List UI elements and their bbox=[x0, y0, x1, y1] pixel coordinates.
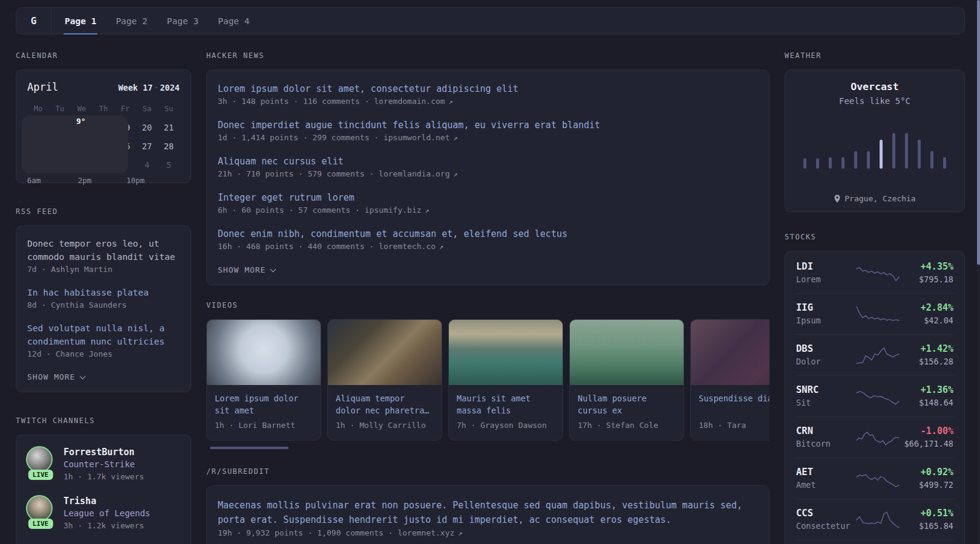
weather-now-temp: 9° bbox=[76, 117, 86, 126]
news-item-title[interactable]: Integer eget rutrum lorem bbox=[218, 191, 354, 204]
show-more-label: SHOW MORE bbox=[27, 372, 75, 381]
stock-row[interactable]: LDILorem +4.35%$795.18 bbox=[795, 253, 955, 293]
reddit-post: Maecenas mollis pulvinar erat non posuer… bbox=[218, 498, 758, 539]
chevron-down-icon bbox=[270, 266, 276, 272]
video-thumbnail bbox=[691, 320, 769, 385]
tab-label: Page 2 bbox=[116, 16, 147, 26]
news-item-title[interactable]: Aliquam nec cursus elit bbox=[218, 155, 344, 168]
weather-bar bbox=[816, 158, 819, 169]
weekday-label: Mo bbox=[27, 103, 49, 115]
weather-location-text: Prague, Czechia bbox=[844, 194, 915, 203]
news-item: Donec enim nibh, condimentum et accumsan… bbox=[218, 227, 758, 253]
tab-page-2[interactable]: Page 2 bbox=[106, 8, 157, 34]
rss-item-title[interactable]: In hac habitasse platea bbox=[27, 286, 180, 299]
stock-change-percent: -1.00% bbox=[901, 425, 953, 438]
reddit-post-meta: 19h · 9,932 points · 1,090 comments · lo… bbox=[218, 527, 758, 539]
weather-bar bbox=[854, 151, 857, 169]
news-item-domain-link[interactable]: loremlandia.org↗ bbox=[379, 169, 458, 178]
news-item: Aliquam nec cursus elit 21h · 710 points… bbox=[218, 155, 758, 180]
news-item-domain-link[interactable]: loremdomain.com↗ bbox=[374, 97, 453, 106]
calendar-day: 5 bbox=[158, 156, 180, 174]
weather-bar bbox=[930, 151, 933, 169]
news-item-title[interactable]: Lorem ipsum dolor sit amet, consectetur … bbox=[218, 82, 518, 96]
stock-change-percent: +0.51% bbox=[901, 507, 953, 520]
meta-text: 19h · 9,932 points · 1,090 comments · bbox=[218, 528, 393, 537]
stock-symbol: LDI bbox=[796, 261, 854, 273]
stock-values: +0.92%$499.72 bbox=[901, 466, 953, 491]
weather-bar bbox=[841, 157, 844, 169]
weather-bar bbox=[829, 157, 832, 169]
stock-row[interactable]: SNRCSit +1.36%$148.64 bbox=[795, 375, 955, 416]
stock-sparkline bbox=[854, 468, 901, 490]
stock-row[interactable]: AHS +0.46% bbox=[795, 540, 955, 544]
rss-show-more-button[interactable]: SHOW MORE bbox=[27, 372, 85, 381]
stock-symbol: SNRC bbox=[796, 384, 854, 397]
tab-label: Page 1 bbox=[65, 16, 96, 26]
news-item-domain-link[interactable]: ipsumify.biz↗ bbox=[365, 206, 430, 215]
channel-game: League of Legends bbox=[64, 507, 150, 520]
news-item-title[interactable]: Donec enim nibh, condimentum et accumsan… bbox=[218, 227, 567, 241]
rss-item-title[interactable]: Donec tempor eros leo, ut commodo mauris… bbox=[27, 237, 180, 264]
stock-row[interactable]: DBSDolor +1.42%$156.28 bbox=[795, 334, 955, 375]
stock-row[interactable]: CCSConsectetur +0.51%$165.84 bbox=[795, 499, 955, 540]
hackernews-section-label: HACKER NEWS bbox=[206, 51, 769, 60]
news-item-title[interactable]: Donec imperdiet augue tincidunt felis al… bbox=[218, 118, 600, 132]
domain-text: loremdomain.com bbox=[374, 97, 445, 106]
page-tabs: Page 1 Page 2 Page 3 Page 4 bbox=[55, 8, 260, 34]
video-card[interactable]: Lorem ipsum dolor sit amet consectetu… 1… bbox=[206, 319, 321, 441]
stocks-section-label: STOCKS bbox=[785, 233, 965, 241]
domain-text: ipsumworld.net bbox=[384, 133, 450, 142]
videos-scrollbar[interactable] bbox=[206, 447, 769, 449]
stock-change-percent: +1.36% bbox=[901, 384, 953, 397]
videos-scrollbar-thumb[interactable] bbox=[210, 447, 289, 449]
video-card[interactable]: Nullam posuere cursus ex 17h · Stefan Co… bbox=[569, 319, 684, 441]
page-scrollbar[interactable] bbox=[977, 0, 980, 544]
meta-text: 3h · 148 points · 116 comments · bbox=[218, 97, 369, 106]
weather-time-labels: 6am2pm10pm bbox=[800, 176, 950, 187]
stock-price: $156.28 bbox=[901, 355, 953, 368]
video-card[interactable]: Suspendisse diam 18h · Tara bbox=[690, 319, 769, 441]
weather-feels-like: Feels like 5°C bbox=[795, 96, 955, 106]
tab-page-3[interactable]: Page 3 bbox=[157, 8, 208, 34]
stock-row[interactable]: CRNBitcorn -1.00%$66,171.48 bbox=[795, 416, 955, 458]
calendar-day: 27 bbox=[136, 137, 158, 155]
video-card[interactable]: Aliquam tempor dolor nec pharetra… 1h · … bbox=[327, 319, 442, 441]
news-item-domain-link[interactable]: ipsumworld.net↗ bbox=[384, 133, 458, 142]
video-title: Suspendisse diam bbox=[699, 392, 769, 416]
hackernews-show-more-button[interactable]: SHOW MORE bbox=[218, 265, 275, 274]
stock-values: +4.35%$795.18 bbox=[901, 261, 953, 285]
news-item: Integer eget rutrum lorem 6h · 60 points… bbox=[218, 191, 758, 216]
tab-page-1[interactable]: Page 1 bbox=[55, 8, 106, 34]
tab-page-4[interactable]: Page 4 bbox=[208, 8, 259, 34]
twitch-channel-row[interactable]: LIVE ForrestBurton Counter-Strike 1h · 1… bbox=[26, 446, 181, 483]
page-scrollbar-thumb[interactable] bbox=[977, 0, 980, 265]
video-card-body: Suspendisse diam 18h · Tara bbox=[691, 385, 769, 440]
video-meta: 1h · Lori Barnett bbox=[215, 419, 313, 432]
right-column: WEATHER Overcast Feels like 5°C 9° 6am2p… bbox=[785, 51, 965, 544]
stock-row[interactable]: AETAmet +0.92%$499.72 bbox=[795, 458, 955, 499]
domain-text: ipsumify.biz bbox=[365, 206, 422, 215]
dashboard-grid: CALENDAR April Week 17·2024 Mo Tu We Th … bbox=[0, 51, 980, 544]
channel-game: Counter-Strike bbox=[64, 458, 144, 471]
twitch-section-label: TWITCH CHANNELS bbox=[16, 416, 191, 425]
video-card[interactable]: Mauris sit amet massa felis 7h · Grayson… bbox=[448, 319, 563, 441]
twitch-channel-row[interactable]: LIVE Trisha League of Legends 3h · 1.2k … bbox=[26, 495, 181, 532]
rss-item-title[interactable]: Sed volutpat nulla nisl, a condimentum n… bbox=[27, 322, 180, 348]
news-item-meta: 1d · 1,414 points · 299 comments · ipsum… bbox=[218, 132, 758, 144]
news-item-domain-link[interactable]: loremtech.co↗ bbox=[379, 242, 443, 251]
weekday-label: Th bbox=[93, 103, 114, 115]
separator-dot: · bbox=[152, 83, 160, 92]
stock-row[interactable]: IIGIpsum +2.84%$42.04 bbox=[795, 293, 955, 334]
stock-price: $148.64 bbox=[901, 397, 953, 409]
stock-price: $42.04 bbox=[901, 314, 953, 326]
video-thumbnail bbox=[570, 320, 684, 385]
rss-item-meta: 7d · Ashlyn Martin bbox=[27, 264, 180, 276]
reddit-post-title[interactable]: Maecenas mollis pulvinar erat non posuer… bbox=[218, 498, 758, 527]
stock-change-percent: +1.42% bbox=[901, 343, 953, 355]
app-logo[interactable]: G bbox=[16, 8, 51, 34]
stock-symbol: AET bbox=[796, 466, 854, 479]
reddit-post-domain-link[interactable]: loremnet.xyz↗ bbox=[397, 528, 462, 537]
stock-price: $66,171.48 bbox=[901, 438, 953, 450]
weekday-label: We bbox=[71, 103, 93, 115]
stock-name: Amet bbox=[796, 479, 854, 491]
